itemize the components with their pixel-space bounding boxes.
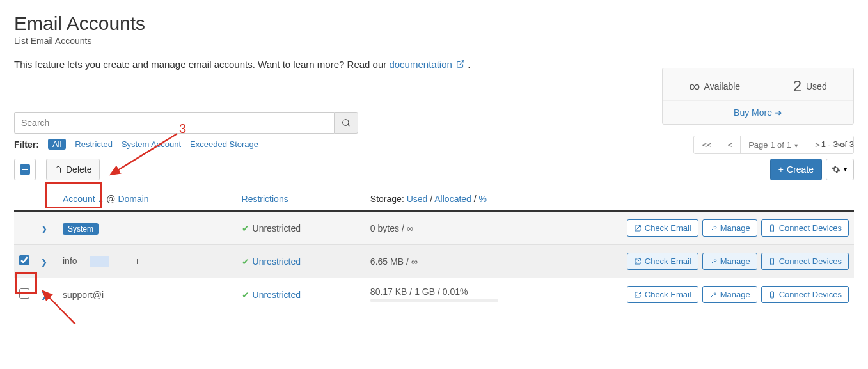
storage-progress [370,299,498,302]
connect-button[interactable]: Connect Devices [761,253,849,270]
select-all-checkbox[interactable] [14,159,36,180]
page-subtitle: List Email Accounts [14,36,854,46]
check-email-button[interactable]: Check Email [627,286,698,303]
open-icon [634,224,642,232]
open-icon [634,291,642,299]
annotation-box-2 [15,272,37,294]
check-email-button[interactable]: Check Email [627,253,698,270]
restriction-link[interactable]: Unrestricted [253,290,301,300]
page-title: Email Accounts [14,13,854,35]
expand-icon[interactable]: ❯ [41,258,47,267]
col-storage: Storage: Used / Allocated / % [365,187,622,212]
system-badge: System [63,223,99,235]
check-icon: ✔ [242,256,249,267]
connect-button[interactable]: Connect Devices [761,219,849,237]
expand-icon[interactable]: ❯ [41,224,47,233]
expand-icon[interactable]: ❯ [41,291,47,300]
available-value: ∞ [689,77,700,95]
table-row: ❯ System ✔Unrestricted 0 bytes / ∞ Check… [14,211,854,245]
check-email-button[interactable]: Check Email [627,219,698,237]
trash-icon [54,166,62,174]
check-icon: ✔ [242,223,249,233]
restriction-link[interactable]: Unrestricted [253,256,301,267]
wrench-icon [709,291,717,299]
connect-button[interactable]: Connect Devices [761,286,849,303]
svg-line-0 [460,61,464,65]
storage-cell: 0 bytes / ∞ [365,211,622,245]
accounts-table: Account ▲ @ Domain Restrictions Storage:… [14,187,854,311]
search-button[interactable] [334,112,358,134]
filter-exceeded[interactable]: Exceeded Storage [190,139,258,149]
storage-cell: 80.17 KB / 1 GB / 0.01% [365,278,622,311]
doc-link[interactable]: documentation [389,59,452,70]
create-button[interactable]: + Create [770,159,822,180]
device-icon [768,291,776,299]
open-icon [634,258,642,265]
svg-line-2 [348,125,350,127]
svg-point-1 [343,120,349,125]
filter-system[interactable]: System Account [122,139,181,149]
storage-cell: 6.65 MB / ∞ [365,245,622,278]
caret-down-icon: ▼ [842,166,848,173]
wrench-icon [709,224,717,232]
manage-button[interactable]: Manage [702,286,757,303]
manage-button[interactable]: Manage [702,219,757,237]
row-checkbox[interactable] [19,255,29,265]
search-input[interactable] [14,112,334,134]
device-icon [768,224,776,232]
arrow-right-circle-icon: ➜ [775,107,782,118]
table-row: ❯ support@i ✔Unrestricted 80.17 KB / 1 G… [14,278,854,311]
external-link-icon [456,59,465,68]
buy-more-link[interactable]: Buy More ➜ [734,107,782,118]
filter-all[interactable]: All [48,139,66,150]
table-row: ❯ info ı ✔Unrestricted 6.65 MB / ∞ Check… [14,245,854,278]
wrench-icon [709,258,717,265]
filter-label: Filter: [14,139,39,150]
stats-panel: ∞ Available 2 Used Buy More ➜ [662,68,854,125]
pager-first[interactable]: << [694,136,719,153]
search-icon [342,118,351,127]
gear-icon [832,165,840,174]
filter-restricted[interactable]: Restricted [75,139,113,149]
pager-prev[interactable]: < [720,136,741,153]
settings-button[interactable]: ▼ [826,159,854,180]
col-restrictions[interactable]: Restrictions [237,187,365,212]
manage-button[interactable]: Manage [702,253,757,270]
pager-page[interactable]: Page 1 of 1 ▼ [740,136,807,153]
annotation-box-3 [45,182,102,208]
delete-button[interactable]: Delete [46,159,100,180]
plus-icon: + [778,164,784,175]
check-icon: ✔ [242,290,249,300]
used-value: 2 [793,77,801,95]
range-label: 1 - 3 of 3 [821,139,854,149]
device-icon [768,258,776,265]
caret-down-icon: ▼ [793,143,799,149]
